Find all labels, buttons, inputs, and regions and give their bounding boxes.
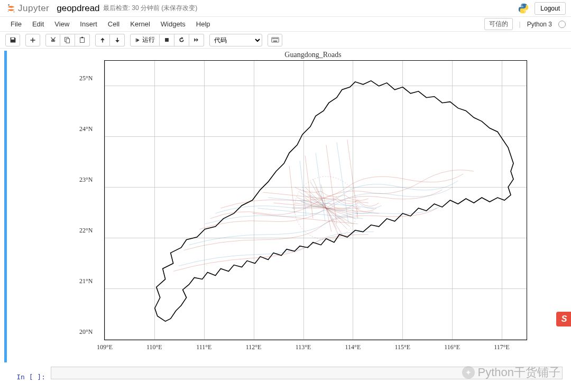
menu-kernel[interactable]: Kernel	[125, 18, 155, 30]
jupyter-logo[interactable]: Jupyter	[5, 3, 49, 14]
move-up-button[interactable]	[95, 34, 110, 46]
y-tick: 20°N	[79, 328, 93, 336]
toolbar: 运行 代码	[0, 32, 571, 49]
svg-rect-14	[276, 39, 277, 40]
svg-rect-8	[81, 37, 83, 38]
svg-point-2	[8, 11, 8, 11]
plot-frame: 109°E 110°E 111°E 112°E 113°E 114°E 115°…	[104, 60, 527, 340]
trusted-indicator[interactable]: 可信的	[484, 18, 513, 30]
menu-cell[interactable]: Cell	[103, 18, 125, 30]
python-icon	[518, 3, 529, 14]
svg-point-3	[522, 4, 523, 5]
cut-icon	[50, 36, 57, 43]
restart-icon	[178, 36, 185, 43]
move-down-button[interactable]	[110, 34, 125, 46]
input-prompt: In [ ]:	[8, 373, 51, 381]
menu-view[interactable]: View	[49, 18, 75, 30]
wechat-icon: ✦	[462, 366, 475, 379]
x-tick: 114°E	[345, 343, 361, 351]
notebook-area: Guangdong_Roads 109°E 110°E 111°E 112°E	[0, 49, 571, 392]
stop-button[interactable]	[160, 34, 174, 46]
svg-rect-13	[274, 39, 275, 40]
svg-rect-9	[165, 38, 169, 42]
cut-button[interactable]	[45, 34, 60, 46]
restart-button[interactable]	[174, 34, 189, 46]
command-palette-button[interactable]	[268, 34, 282, 46]
svg-point-4	[524, 11, 526, 12]
x-tick: 109°E	[97, 343, 113, 351]
svg-point-1	[13, 11, 14, 12]
kernel-divider: |	[519, 21, 521, 28]
svg-rect-11	[272, 39, 273, 40]
y-tick: 24°N	[79, 125, 93, 133]
menu-file[interactable]: File	[5, 18, 27, 30]
svg-rect-10	[271, 38, 279, 42]
side-badge: S	[556, 312, 571, 326]
output-cell[interactable]: Guangdong_Roads 109°E 110°E 111°E 112°E	[4, 51, 567, 362]
copy-button[interactable]	[60, 34, 75, 46]
guangdong-map	[105, 61, 527, 340]
x-tick: 115°E	[394, 343, 410, 351]
menu-help[interactable]: Help	[191, 18, 216, 30]
cell-type-select[interactable]: 代码	[209, 34, 262, 46]
save-button[interactable]	[5, 34, 20, 46]
paste-icon	[79, 36, 86, 43]
plus-icon	[30, 37, 36, 43]
y-tick: 23°N	[79, 175, 93, 183]
arrow-down-icon	[114, 37, 121, 43]
notebook-name[interactable]: geopdread	[57, 3, 99, 14]
x-tick: 112°E	[246, 343, 262, 351]
chart-title: Guangdong_Roads	[284, 51, 341, 59]
x-tick: 113°E	[296, 343, 311, 351]
watermark: ✦ Python干货铺子	[462, 365, 561, 380]
kernel-name[interactable]: Python 3	[527, 21, 552, 28]
menu-edit[interactable]: Edit	[27, 18, 49, 30]
jupyter-icon	[5, 3, 17, 14]
svg-point-0	[8, 4, 10, 6]
fast-forward-icon	[193, 37, 200, 43]
svg-rect-16	[273, 41, 277, 42]
header: Jupyter geopdread 最后检查: 30 分钟前 (未保存改变) L…	[0, 0, 571, 17]
arrow-up-icon	[99, 37, 106, 43]
y-tick: 21°N	[79, 277, 93, 285]
x-tick: 117°E	[494, 343, 510, 351]
keyboard-icon	[271, 37, 279, 43]
svg-rect-7	[80, 38, 84, 42]
y-tick: 22°N	[79, 227, 93, 235]
add-cell-button[interactable]	[25, 34, 40, 46]
save-icon	[10, 36, 16, 43]
kernel-status-icon	[558, 21, 566, 28]
run-button[interactable]: 运行	[130, 34, 160, 46]
menu-insert[interactable]: Insert	[75, 18, 103, 30]
y-tick: 25°N	[79, 74, 93, 82]
run-icon	[135, 38, 140, 43]
svg-rect-6	[66, 39, 70, 43]
copy-icon	[64, 36, 71, 43]
stop-icon	[164, 37, 170, 43]
svg-rect-12	[273, 39, 274, 40]
restart-run-button[interactable]	[189, 34, 204, 46]
chart-output: Guangdong_Roads 109°E 110°E 111°E 112°E	[83, 51, 543, 362]
x-tick: 110°E	[146, 343, 162, 351]
watermark-text: Python干货铺子	[478, 365, 561, 380]
paste-button[interactable]	[75, 34, 90, 46]
run-label: 运行	[142, 35, 155, 44]
jupyter-logo-text: Jupyter	[18, 3, 49, 14]
logout-button[interactable]: Logout	[535, 2, 566, 15]
x-tick: 116°E	[444, 343, 460, 351]
svg-rect-15	[277, 39, 278, 40]
x-tick: 111°E	[196, 343, 211, 351]
menu-widgets[interactable]: Widgets	[155, 18, 191, 30]
menubar: File Edit View Insert Cell Kernel Widget…	[0, 17, 571, 32]
checkpoint-status: 最后检查: 30 分钟前 (未保存改变)	[103, 4, 198, 13]
